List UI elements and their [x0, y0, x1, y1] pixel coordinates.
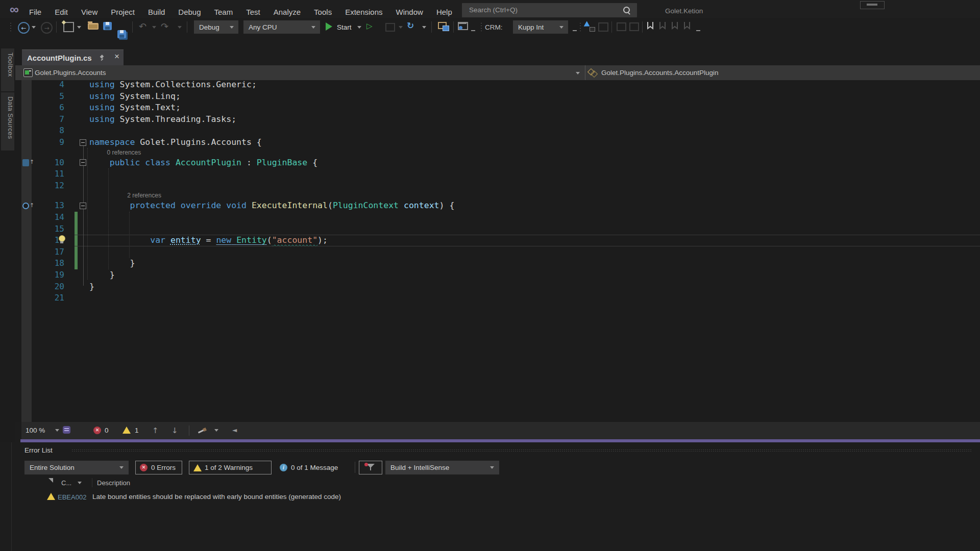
menu-build[interactable]: Build	[148, 8, 165, 16]
save-button[interactable]	[103, 22, 112, 30]
code-cleanup-dropdown-icon[interactable]	[214, 429, 218, 432]
code-line-11[interactable]: 11	[15, 168, 980, 180]
start-debug-icon[interactable]	[326, 22, 332, 31]
code-line-8[interactable]: 8	[15, 125, 980, 137]
previous-bookmark-icon[interactable]	[659, 22, 666, 30]
new-project-button[interactable]	[63, 22, 74, 32]
zoom-dropdown-icon[interactable]	[55, 429, 59, 432]
navigate-back-dropdown-icon[interactable]	[32, 26, 36, 29]
code-column-dropdown-icon[interactable]	[78, 482, 82, 484]
provider-dropdown[interactable]: Build + IntelliSense	[385, 461, 499, 474]
navigate-forward-button[interactable]: →	[41, 22, 53, 34]
code-line-5[interactable]: 5using System.Linq;	[15, 91, 980, 103]
toolbar-grip[interactable]	[579, 22, 582, 32]
menu-tools[interactable]: Tools	[314, 8, 332, 16]
toolbar-overflow-icon[interactable]	[696, 30, 700, 31]
menu-team[interactable]: Team	[214, 8, 233, 16]
error-row-code[interactable]: EBEA002	[58, 493, 86, 501]
undo-dropdown-icon[interactable]	[152, 26, 156, 29]
track-active-icon[interactable]: ↑	[22, 202, 34, 210]
menu-edit[interactable]: Edit	[55, 8, 68, 16]
next-issue-icon[interactable]: ↓	[172, 426, 178, 435]
errors-filter-button[interactable]: ✕ 0 Errors	[135, 461, 182, 474]
code-editor[interactable]: 4using System.Collections.Generic;5using…	[15, 80, 980, 422]
menu-test[interactable]: Test	[246, 8, 260, 16]
toolbar-overflow-icon[interactable]	[573, 30, 577, 31]
attach-icon[interactable]	[385, 23, 395, 32]
fold-collapse-icon[interactable]	[80, 139, 86, 146]
breadcrumb-dropdown-icon[interactable]	[576, 72, 580, 74]
error-list-title[interactable]: Error List	[24, 446, 53, 454]
disabled-tool-icon[interactable]	[617, 22, 626, 31]
redo-button[interactable]: ↷	[161, 21, 168, 32]
start-button-label[interactable]: Start	[337, 23, 352, 31]
code-cleanup-icon[interactable]	[198, 427, 207, 434]
warning-count-icon[interactable]	[122, 427, 131, 434]
disabled-tool-icon[interactable]	[629, 22, 639, 31]
column-header-description[interactable]: Description	[97, 479, 130, 487]
sidebar-tab-toolbox[interactable]: Toolbox	[1, 48, 14, 91]
clear-bookmarks-icon[interactable]	[684, 22, 690, 30]
error-count-icon[interactable]: ✕	[93, 427, 101, 434]
codelens-references[interactable]: 0 references	[15, 148, 980, 157]
refresh-icon[interactable]: ↻	[407, 20, 414, 31]
platform-dropdown[interactable]: Any CPU	[243, 20, 320, 34]
severity-column-icon[interactable]	[48, 478, 53, 483]
new-project-dropdown-icon[interactable]	[77, 26, 81, 29]
scroll-left-icon[interactable]: ◄	[232, 427, 237, 434]
debug-configuration-dropdown[interactable]: Debug	[194, 20, 238, 34]
account-name[interactable]: Golet.Ketion	[665, 7, 703, 15]
intellicode-icon[interactable]	[63, 426, 70, 434]
refresh-dropdown-icon[interactable]	[422, 26, 426, 29]
cursor-tool-icon[interactable]	[585, 22, 595, 31]
warning-count[interactable]: 1	[135, 427, 139, 434]
undo-button[interactable]: ↶	[139, 21, 146, 32]
fold-collapse-icon[interactable]	[80, 203, 86, 209]
toolbar-grip[interactable]	[9, 22, 12, 32]
previous-issue-icon[interactable]: ↑	[152, 426, 159, 435]
toolbar-overflow-icon[interactable]	[471, 30, 475, 31]
code-line-12[interactable]: 12	[15, 180, 980, 192]
breadcrumb-class[interactable]: Golet.Plugins.Accounts.AccountPlugin	[601, 69, 719, 77]
column-header-code[interactable]: C...	[61, 479, 71, 487]
toolbar-grip[interactable]	[480, 22, 483, 32]
menu-extensions[interactable]: Extensions	[345, 8, 382, 16]
breadcrumb-namespace[interactable]: Golet.Plugins.Accounts	[35, 69, 106, 77]
menu-debug[interactable]: Debug	[178, 8, 201, 16]
next-bookmark-icon[interactable]	[672, 22, 678, 30]
warnings-filter-button[interactable]: 1 of 2 Warnings	[189, 461, 272, 474]
code-line-13[interactable]: 13 protected override void ExecuteIntern…	[15, 200, 980, 212]
code-line-21[interactable]: 21	[15, 292, 980, 304]
menu-view[interactable]: View	[81, 8, 97, 16]
error-row-description[interactable]: Late bound entities should be replaced w…	[92, 493, 341, 500]
close-icon[interactable]: ×	[114, 52, 119, 62]
code-line-7[interactable]: 7using System.Threading.Tasks;	[15, 114, 980, 126]
save-all-button[interactable]	[117, 30, 126, 38]
menu-help[interactable]: Help	[436, 8, 452, 16]
code-line-10[interactable]: 10 public class AccountPlugin : PluginBa…	[15, 157, 980, 169]
disabled-tool-icon[interactable]	[598, 22, 608, 32]
code-line-17[interactable]: 17	[15, 246, 980, 258]
redo-dropdown-icon[interactable]	[178, 26, 182, 29]
fold-collapse-icon[interactable]	[80, 159, 86, 166]
start-dropdown-icon[interactable]	[357, 26, 361, 29]
open-file-button[interactable]	[88, 23, 99, 30]
menu-file[interactable]: File	[29, 8, 41, 16]
error-count[interactable]: 0	[105, 427, 109, 434]
messages-filter-button[interactable]: i 0 of 1 Message	[276, 461, 352, 474]
code-line-18[interactable]: 18 }	[15, 258, 980, 269]
start-without-debugging-icon[interactable]: ▷	[366, 21, 373, 31]
devices-icon[interactable]	[438, 22, 449, 31]
menu-project[interactable]: Project	[111, 8, 135, 16]
code-line-20[interactable]: 20}	[15, 281, 980, 293]
window-button[interactable]	[860, 1, 885, 9]
code-line-9[interactable]: 9namespace Golet.Plugins.Accounts {	[15, 137, 980, 148]
scope-dropdown[interactable]: Entire Solution	[24, 461, 129, 474]
track-changes-icon[interactable]: ↑	[22, 159, 34, 167]
attach-dropdown-icon[interactable]	[399, 26, 403, 29]
watch-window-icon[interactable]	[458, 22, 468, 30]
menu-window[interactable]: Window	[396, 8, 423, 16]
code-line-14[interactable]: 14	[15, 212, 980, 223]
zoom-level[interactable]: 100 %	[26, 427, 45, 434]
code-line-19[interactable]: 19 }	[15, 269, 980, 281]
